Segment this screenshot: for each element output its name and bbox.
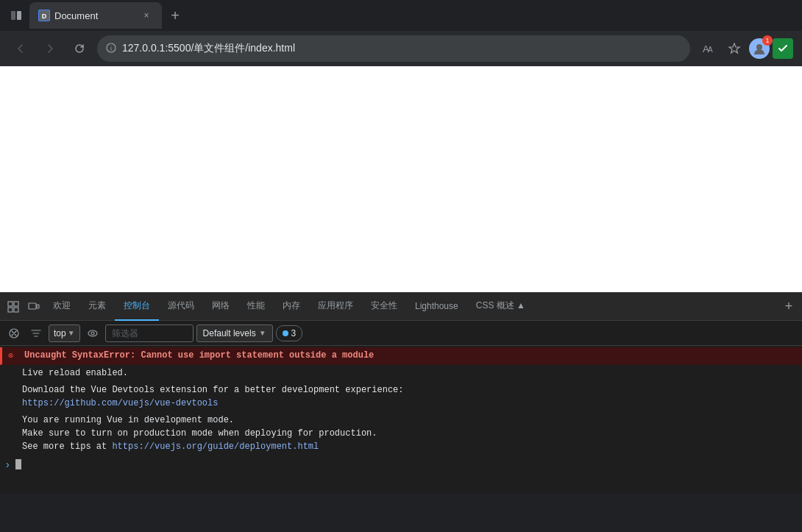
svg-rect-12 [14,308,18,312]
vuejs-deployment-link[interactable]: https://vuejs.org/guide/deployment.html [112,441,319,452]
read-aloud-button[interactable]: AA [696,37,720,60]
live-expressions-button[interactable] [83,324,102,343]
devtools-panel: 欢迎 元素 控制台 源代码 网络 性能 内存 应用程序 安全性 Lighthou… [0,292,802,493]
sidebar-toggle-icon[interactable] [6,5,26,26]
svg-point-17 [91,332,94,335]
tab-css-overview[interactable]: CSS 概述 ▲ [467,293,534,321]
tab-lighthouse[interactable]: Lighthouse [406,293,467,321]
add-tab-button[interactable]: + [778,297,799,317]
log-levels-arrow: ▼ [259,329,266,337]
back-button[interactable] [9,37,32,60]
error-icon-area: ⊗ [8,350,20,363]
svg-text:A: A [708,46,713,54]
console-output: ⊗ Uncaught SyntaxError: Cannot use impor… [0,346,802,493]
svg-rect-14 [37,305,39,308]
devtools-device-icon[interactable] [24,297,44,317]
tab-memory[interactable]: 内存 [274,293,309,321]
vue-devtools-link[interactable]: https://github.com/vuejs/vue-devtools [22,398,218,408]
error-message: Uncaught SyntaxError: Cannot use import … [24,349,374,362]
console-message-3: You are running Vue in development mode.… [22,414,377,453]
svg-rect-13 [29,303,36,309]
svg-rect-10 [14,302,18,306]
tab-sources[interactable]: 源代码 [159,293,203,321]
new-tab-button[interactable]: + [165,5,185,26]
svg-rect-1 [17,11,21,20]
count-number: 3 [291,328,297,338]
console-info-row-1: Live reload enabled. [0,365,802,382]
console-info-row-3: You are running Vue in development mode.… [0,412,802,455]
reload-button[interactable] [68,37,91,60]
browser-tab[interactable]: D Document × [29,2,162,29]
console-message-1: Live reload enabled. [22,366,128,380]
context-selector-arrow: ▼ [68,329,75,337]
tab-application[interactable]: 应用程序 [309,293,362,321]
console-error-row: ⊗ Uncaught SyntaxError: Cannot use impor… [0,347,802,365]
forward-button[interactable] [38,37,62,60]
page-content [0,66,802,292]
browser-chrome: D Document × + i 127.0.0.1:5500/单文件组件/in… [0,0,802,66]
notification-badge: 1 [762,35,773,46]
count-dot [283,330,288,336]
message-count-badge: 3 [276,325,303,341]
extension-button[interactable] [773,38,793,59]
filter-icon-button[interactable] [26,324,46,343]
svg-text:D: D [42,13,47,20]
info-icon[interactable]: i [106,43,116,55]
tab-performance[interactable]: 性能 [238,293,274,321]
log-levels-selector[interactable]: Default levels ▼ [196,324,273,342]
log-levels-text: Default levels [203,328,256,338]
devtools-tab-bar: 欢迎 元素 控制台 源代码 网络 性能 内存 应用程序 安全性 Lighthou… [0,293,802,321]
nav-bar: i 127.0.0.1:5500/单文件组件/index.html AA 1 [0,31,802,66]
tab-close-button[interactable]: × [140,9,153,22]
url-text: 127.0.0.1:5500/单文件组件/index.html [122,42,681,55]
console-toolbar: top ▼ Default levels ▼ 3 [0,321,802,346]
console-prompt[interactable]: › [0,455,802,473]
tab-security[interactable]: 安全性 [362,293,406,321]
console-message-2: Download the Vue Devtools extension for … [22,383,403,410]
error-icon: ⊗ [8,351,13,361]
devtools-inspect-icon[interactable] [3,297,24,317]
svg-rect-9 [8,302,13,306]
svg-point-16 [88,330,97,336]
svg-rect-0 [11,11,15,20]
favorites-button[interactable] [723,37,746,60]
address-bar[interactable]: i 127.0.0.1:5500/单文件组件/index.html [97,35,690,62]
tab-elements[interactable]: 元素 [79,293,115,321]
tab-favicon: D [38,10,50,21]
prompt-arrow-icon: › [6,458,10,470]
tab-console[interactable]: 控制台 [115,293,159,321]
console-info-row-2: Download the Vue Devtools extension for … [0,382,802,412]
nav-right-buttons: AA 1 [696,37,793,60]
svg-rect-11 [8,308,13,312]
tab-bar: D Document × + [0,0,802,31]
tab-welcome[interactable]: 欢迎 [44,293,79,321]
filter-input[interactable] [105,324,194,342]
prompt-cursor [15,459,21,469]
tab-network[interactable]: 网络 [203,293,238,321]
context-selector-text: top [54,328,66,338]
profile-button[interactable]: 1 [749,38,770,59]
svg-point-8 [756,44,762,50]
svg-text:i: i [110,45,112,52]
context-selector[interactable]: top ▼ [49,324,80,342]
tab-title: Document [54,10,135,21]
clear-console-button[interactable] [4,324,24,343]
